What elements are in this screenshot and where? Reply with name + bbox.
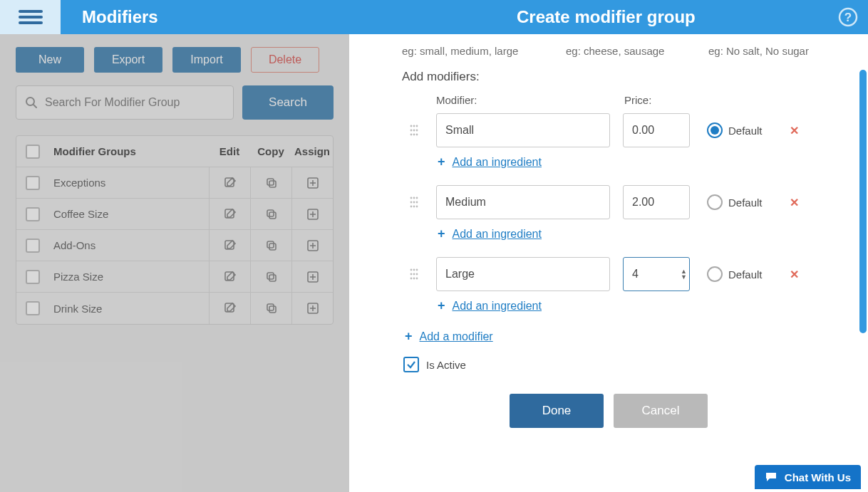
default-label: Default xyxy=(728,268,763,281)
col-modifier-label: Modifier: xyxy=(436,94,610,106)
svg-point-44 xyxy=(413,134,415,136)
svg-point-62 xyxy=(413,278,415,280)
default-radio[interactable]: Default xyxy=(707,266,763,282)
hint-sizes: eg: small, medium, large xyxy=(402,45,537,57)
new-button[interactable]: New xyxy=(16,47,84,73)
table-row: Coffee Size xyxy=(16,199,333,230)
svg-point-57 xyxy=(416,269,418,271)
copy-icon[interactable] xyxy=(250,167,291,198)
default-label: Default xyxy=(728,197,763,209)
plus-icon: + xyxy=(438,155,445,169)
modal-title: Create modifier group xyxy=(517,7,696,27)
import-button[interactable]: Import xyxy=(172,47,241,73)
edit-icon[interactable] xyxy=(209,230,250,261)
svg-point-63 xyxy=(416,278,418,280)
svg-point-52 xyxy=(410,206,413,208)
assign-icon[interactable] xyxy=(291,293,333,324)
page-title: Modifiers xyxy=(82,7,158,27)
remove-modifier-icon[interactable]: ✕ xyxy=(790,268,799,281)
svg-point-53 xyxy=(413,206,415,208)
copy-icon[interactable] xyxy=(250,230,291,261)
drag-handle-icon[interactable] xyxy=(409,123,423,137)
svg-point-60 xyxy=(416,273,418,276)
svg-rect-9 xyxy=(269,181,276,187)
row-checkbox[interactable] xyxy=(26,270,40,284)
table-row: Drink Size xyxy=(16,293,333,324)
search-button[interactable]: Search xyxy=(242,85,334,120)
plus-icon: + xyxy=(438,226,445,241)
svg-point-45 xyxy=(416,134,418,136)
modifier-price-input[interactable] xyxy=(623,185,690,219)
col-edit: Edit xyxy=(209,145,250,157)
svg-rect-32 xyxy=(267,304,274,310)
delete-button[interactable]: Delete xyxy=(251,47,319,73)
table-row: Pizza Size xyxy=(16,261,333,293)
row-checkbox[interactable] xyxy=(26,239,40,253)
svg-point-48 xyxy=(416,197,418,199)
chat-icon xyxy=(765,471,777,483)
svg-rect-21 xyxy=(269,244,276,250)
remove-modifier-icon[interactable]: ✕ xyxy=(790,196,799,209)
table-row: Add-Ons xyxy=(16,230,333,261)
row-checkbox[interactable] xyxy=(26,301,40,315)
row-name: Add-Ons xyxy=(49,239,209,251)
row-checkbox[interactable] xyxy=(26,207,40,221)
default-radio[interactable]: Default xyxy=(707,122,763,138)
assign-icon[interactable] xyxy=(291,261,333,292)
add-modifiers-label: Add modifiers: xyxy=(402,70,837,84)
is-active-checkbox[interactable] xyxy=(403,357,419,372)
add-ingredient-link[interactable]: +Add an ingredient xyxy=(438,298,837,313)
cancel-button[interactable]: Cancel xyxy=(614,394,708,428)
edit-icon[interactable] xyxy=(209,199,250,229)
select-all-checkbox[interactable] xyxy=(26,145,40,159)
svg-point-37 xyxy=(410,125,413,127)
search-input-wrap[interactable] xyxy=(16,85,234,120)
assign-icon[interactable] xyxy=(291,230,333,261)
copy-icon[interactable] xyxy=(250,199,291,229)
modifier-row: Default✕ xyxy=(402,185,837,219)
scrollbar[interactable] xyxy=(859,70,867,333)
done-button[interactable]: Done xyxy=(510,394,604,428)
default-label: Default xyxy=(728,125,763,137)
hint-toppings: eg: cheese, sausage xyxy=(566,45,680,57)
drag-handle-icon[interactable] xyxy=(409,195,423,209)
default-radio[interactable]: Default xyxy=(707,194,763,210)
modifier-name-input[interactable] xyxy=(436,185,610,219)
svg-point-39 xyxy=(416,125,418,127)
help-icon[interactable]: ? xyxy=(838,7,858,27)
add-ingredient-link[interactable]: +Add an ingredient xyxy=(438,155,837,169)
edit-icon[interactable] xyxy=(209,261,250,292)
assign-icon[interactable] xyxy=(291,199,333,229)
svg-point-40 xyxy=(410,130,413,132)
modifier-row: Default✕ xyxy=(402,113,837,147)
hamburger-menu[interactable] xyxy=(0,0,61,34)
chat-widget[interactable]: Chat With Us xyxy=(755,465,861,489)
is-active-label: Is Active xyxy=(426,359,466,371)
svg-rect-33 xyxy=(269,306,276,313)
row-checkbox[interactable] xyxy=(26,176,40,190)
svg-rect-27 xyxy=(269,275,276,281)
export-button[interactable]: Export xyxy=(94,47,162,73)
copy-icon[interactable] xyxy=(250,293,291,324)
modifier-name-input[interactable] xyxy=(436,257,610,291)
modifier-price-input[interactable] xyxy=(623,257,690,291)
assign-icon[interactable] xyxy=(291,167,333,198)
col-price-label: Price: xyxy=(624,94,696,106)
modifier-price-input[interactable] xyxy=(623,113,690,147)
modifier-name-input[interactable] xyxy=(436,113,610,147)
svg-point-55 xyxy=(410,269,413,271)
svg-rect-8 xyxy=(267,179,274,185)
remove-modifier-icon[interactable]: ✕ xyxy=(790,124,799,137)
col-assign: Assign xyxy=(291,145,333,157)
search-input[interactable] xyxy=(45,96,224,109)
stepper-icon[interactable]: ▲▼ xyxy=(681,268,687,280)
drag-handle-icon[interactable] xyxy=(409,267,423,281)
table-row: Exceptions xyxy=(16,167,333,199)
edit-icon[interactable] xyxy=(209,293,250,324)
add-modifier-link[interactable]: + Add a modifier xyxy=(405,329,837,344)
copy-icon[interactable] xyxy=(250,261,291,292)
check-icon xyxy=(406,360,416,370)
add-ingredient-link[interactable]: +Add an ingredient xyxy=(438,226,837,241)
edit-icon[interactable] xyxy=(209,167,250,198)
col-name: Modifier Groups xyxy=(49,145,209,157)
